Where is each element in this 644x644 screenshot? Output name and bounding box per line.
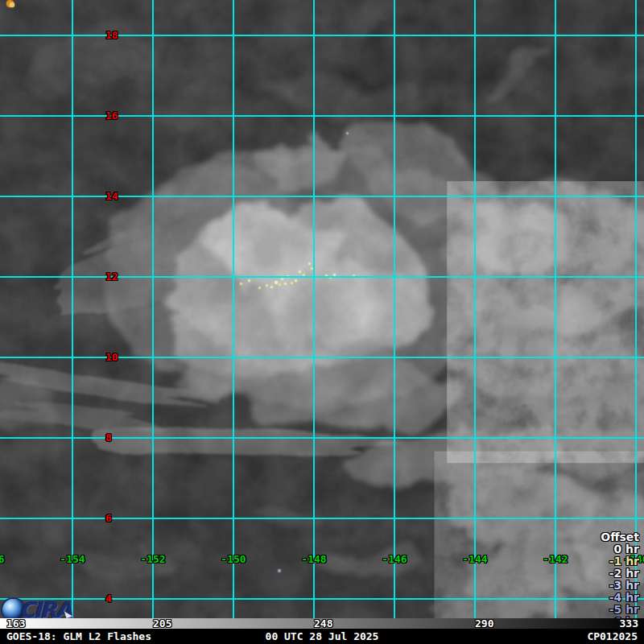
legend-item--2hr: -2 hr: [601, 568, 639, 580]
lon-label--152: -152: [140, 553, 165, 565]
brightness-temp-colorbar: 333 163205248290: [0, 618, 644, 629]
legend-item--1hr: -1 hr: [601, 555, 639, 568]
lat-label-18: 18: [105, 29, 118, 41]
cira-logo: CIRA: [2, 597, 72, 618]
product-title: GOES-18: GLM L2 Flashes: [6, 629, 151, 644]
legend-item--5hr: -5 hr: [601, 604, 639, 616]
cira-logo-text: CIRA: [19, 597, 71, 619]
lat-label-12: 12: [105, 270, 118, 283]
lat-label-16: 16: [105, 109, 118, 122]
lat-label-8: 8: [105, 431, 112, 444]
lat-label-6: 6: [105, 512, 112, 524]
lon-label--156: -156: [0, 553, 5, 565]
lat-label-4: 4: [105, 592, 112, 605]
legend-item--3hr: -3 hr: [601, 580, 639, 592]
goes-glm-product-view: 1816141210864-156-154-152-150-148-146-14…: [0, 0, 644, 644]
lon-label--150: -150: [221, 553, 246, 565]
legend-title: Offset: [601, 531, 639, 543]
colorbar-label-248: 248: [314, 618, 332, 629]
latlon-labels: 1816141210864-156-154-152-150-148-146-14…: [0, 0, 644, 618]
product-id: CP012025: [587, 629, 638, 644]
lon-label--144: -144: [462, 553, 487, 565]
lon-label--154: -154: [60, 553, 85, 565]
colorbar-label-205: 205: [153, 618, 171, 629]
lat-label-10: 10: [105, 351, 118, 363]
legend-items: 0 hr-1 hr-2 hr-3 hr-4 hr-5 hr-6 hr: [601, 543, 639, 618]
lat-label-14: 14: [105, 190, 118, 202]
legend-item--4hr: -4 hr: [601, 592, 639, 604]
satellite-dish-icon: [64, 609, 72, 617]
lon-label--146: -146: [382, 553, 407, 565]
flash-offset-legend: Offset 0 hr-1 hr-2 hr-3 hr-4 hr-5 hr-6 h…: [601, 531, 639, 618]
legend-item-0hr: 0 hr: [601, 543, 639, 555]
satellite-image: 1816141210864-156-154-152-150-148-146-14…: [0, 0, 644, 618]
colorbar-label-290: 290: [475, 618, 493, 629]
lon-label--142: -142: [543, 553, 568, 565]
timestamp: 00 UTC 28 Jul 2025: [266, 629, 379, 644]
colorbar-max-label: 333: [620, 618, 638, 629]
colorbar-label-163: 163: [6, 618, 25, 629]
lon-label--148: -148: [301, 553, 326, 565]
status-bar: GOES-18: GLM L2 Flashes 00 UTC 28 Jul 20…: [0, 629, 644, 644]
